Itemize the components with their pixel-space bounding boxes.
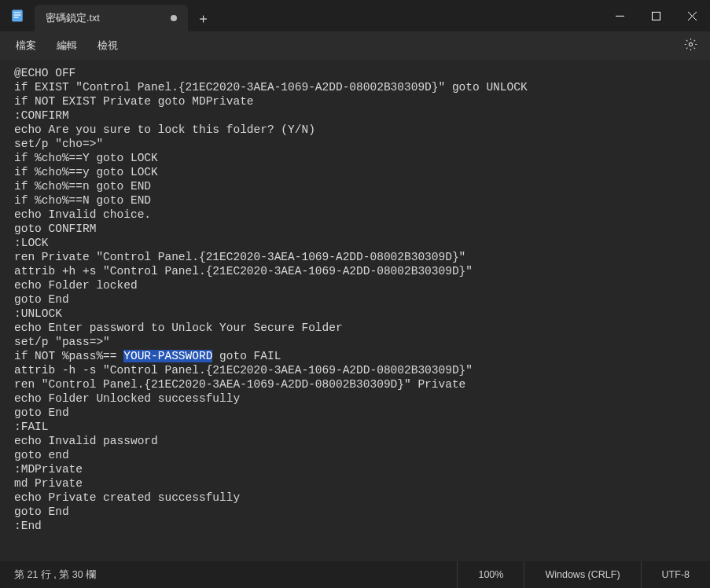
menubar: 檔案 編輯 檢視 — [0, 31, 710, 60]
svg-point-8 — [689, 42, 692, 46]
tab-title: 密碼鎖定.txt — [46, 12, 100, 25]
svg-rect-3 — [14, 17, 19, 18]
status-cursor-position[interactable]: 第 21 行 , 第 30 欄 — [0, 568, 110, 582]
menu-view[interactable]: 檢視 — [88, 35, 127, 56]
close-button[interactable] — [674, 0, 710, 31]
status-encoding[interactable]: UTF-8 — [641, 561, 710, 588]
svg-rect-2 — [14, 15, 21, 16]
titlebar-drag-area[interactable] — [219, 0, 601, 31]
menu-file[interactable]: 檔案 — [6, 35, 46, 56]
settings-button[interactable] — [678, 35, 704, 57]
maximize-button[interactable] — [638, 0, 674, 31]
selection: YOUR-PASSWORD — [123, 350, 212, 362]
gear-icon — [684, 42, 697, 53]
tab-active[interactable]: 密碼鎖定.txt — [35, 5, 188, 31]
svg-rect-1 — [14, 13, 21, 13]
editor-textarea[interactable]: @ECHO OFF if EXIST "Control Panel.{21EC2… — [0, 60, 710, 561]
svg-rect-0 — [12, 10, 23, 22]
status-zoom[interactable]: 100% — [457, 561, 524, 588]
new-tab-button[interactable]: ＋ — [188, 5, 219, 31]
menu-edit[interactable]: 編輯 — [47, 35, 86, 56]
unsaved-indicator-icon — [171, 15, 177, 21]
status-eol[interactable]: Windows (CRLF) — [524, 561, 640, 588]
statusbar: 第 21 行 , 第 30 欄 100% Windows (CRLF) UTF-… — [0, 561, 710, 588]
notepad-window: 密碼鎖定.txt ＋ 檔案 編輯 檢視 @ECHO OFF if EXIST "… — [0, 0, 710, 588]
minimize-button[interactable] — [601, 0, 638, 31]
svg-rect-5 — [652, 12, 660, 20]
window-controls — [601, 0, 710, 31]
titlebar[interactable]: 密碼鎖定.txt ＋ — [0, 0, 710, 31]
app-icon — [0, 0, 35, 31]
